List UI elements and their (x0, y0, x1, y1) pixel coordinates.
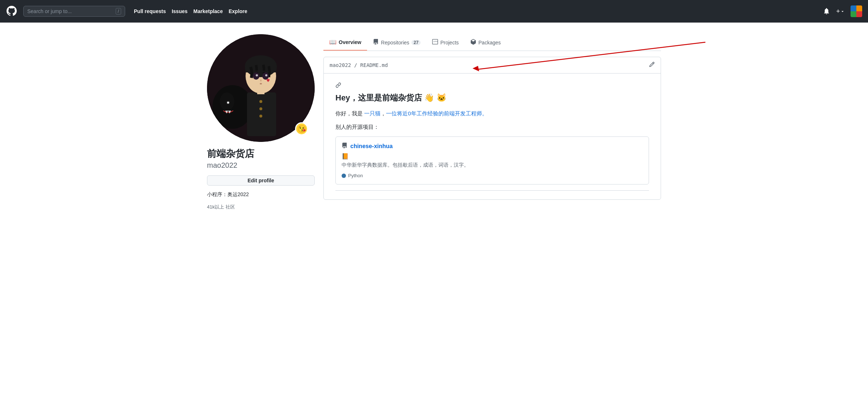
tab-repositories-label: Repositories (381, 40, 409, 45)
svg-point-8 (259, 100, 262, 103)
tab-packages-label: Packages (478, 40, 501, 45)
navbar-right: + (823, 5, 862, 17)
readme-divider (335, 190, 649, 191)
language-color-dot (342, 174, 346, 178)
readme-link-cat[interactable]: 一只猫 (364, 110, 381, 116)
profile-bio: 小程序：奥运2022 (207, 191, 315, 198)
add-menu-button[interactable]: + (836, 8, 845, 15)
repositories-count-badge: 27 (411, 40, 421, 45)
nav-issues[interactable]: Issues (172, 8, 188, 14)
nav-marketplace[interactable]: Marketplace (194, 8, 223, 14)
svg-rect-7 (247, 92, 276, 136)
main-layout: 😘 前端杂货店 mao2022 Edit profile 小程序：奥运2022 … (201, 23, 667, 222)
svg-point-9 (259, 107, 262, 110)
avatar-container: 😘 (207, 34, 315, 142)
readme-greeting: Hey，这里是前端杂货店 👋 🐱 (335, 92, 649, 103)
nav-pull-requests[interactable]: Pull requests (134, 8, 166, 14)
svg-point-18 (260, 79, 262, 82)
tab-packages[interactable]: Packages (465, 34, 506, 51)
search-bar[interactable]: / (23, 6, 125, 17)
readme-section-title: 别人的开源项目： (335, 124, 649, 131)
avatar-emoji-badge: 😘 (295, 122, 308, 135)
svg-point-10 (259, 115, 262, 118)
navbar: / Pull requests Issues Marketplace Explo… (0, 0, 868, 23)
packages-icon (470, 39, 476, 46)
project-card-header: chinese-xinhua (342, 143, 643, 150)
svg-point-19 (260, 83, 262, 84)
projects-icon (432, 39, 438, 46)
tab-overview[interactable]: 📖 Overview (323, 34, 367, 51)
project-card-name[interactable]: chinese-xinhua (350, 143, 393, 150)
readme-edit-icon[interactable] (649, 61, 655, 69)
readme-body: Hey，这里是前端杂货店 👋 🐱 你好，我是 一只猫，一位将近0年工作经验的前端… (324, 74, 661, 199)
overview-icon: 📖 (329, 39, 337, 45)
user-avatar[interactable] (851, 5, 862, 17)
notifications-icon[interactable] (823, 8, 830, 15)
profile-tabs: 📖 Overview Repositories 27 Projec (323, 34, 661, 51)
readme-header: mao2022 / README.md (324, 57, 661, 74)
readme-card: mao2022 / README.md (323, 57, 661, 200)
readme-link-icon (335, 82, 649, 90)
readme-link-bio[interactable]: 一位将近0年工作经验的前端开发工程师。 (386, 110, 487, 116)
tab-overview-label: Overview (339, 39, 361, 45)
tab-projects-label: Projects (440, 40, 459, 45)
svg-point-4 (227, 102, 229, 104)
language-label: Python (348, 173, 363, 178)
search-shortcut: / (116, 8, 121, 15)
svg-point-17 (265, 74, 267, 76)
profile-misc: 41k以上 社区 (207, 204, 315, 210)
main-nav: Pull requests Issues Marketplace Explore (134, 8, 247, 14)
profile-username: mao2022 (207, 161, 315, 170)
project-repo-icon (342, 143, 347, 150)
readme-file-path: mao2022 / README.md (330, 62, 388, 68)
nav-explore[interactable]: Explore (228, 8, 247, 14)
search-input[interactable] (27, 8, 113, 14)
readme-intro: 你好，我是 一只猫，一位将近0年工作经验的前端开发工程师。 (335, 109, 649, 118)
github-logo-link[interactable] (6, 5, 17, 18)
svg-point-16 (256, 74, 258, 76)
project-card: chinese-xinhua 📙 中华新华字典数据库。包括歇后语，成语，词语，汉… (335, 136, 649, 184)
tab-repositories[interactable]: Repositories 27 (367, 34, 426, 51)
readme-card-wrapper: mao2022 / README.md (323, 57, 661, 200)
project-card-description: 中华新华字典数据库。包括歇后语，成语，词语，汉字。 (342, 162, 643, 168)
repositories-icon (373, 39, 379, 46)
project-card-language: Python (342, 173, 643, 178)
profile-sidebar: 😘 前端杂货店 mao2022 Edit profile 小程序：奥运2022 … (207, 34, 315, 210)
edit-profile-button[interactable]: Edit profile (207, 175, 315, 186)
project-card-emoji: 📙 (342, 153, 643, 160)
profile-display-name: 前端杂货店 (207, 148, 315, 160)
tab-projects[interactable]: Projects (426, 34, 465, 51)
main-content: 📖 Overview Repositories 27 Projec (323, 34, 661, 210)
